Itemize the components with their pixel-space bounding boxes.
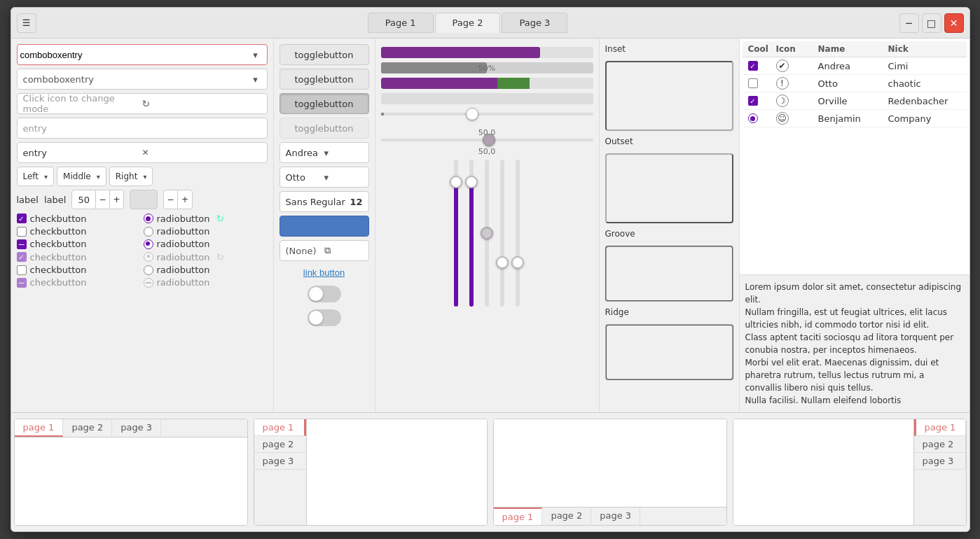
togglebutton-3[interactable]: togglebutton bbox=[279, 93, 369, 114]
progress-bar-1 bbox=[381, 47, 593, 58]
tab-page2[interactable]: Page 2 bbox=[435, 13, 501, 33]
checkbox-1[interactable]: ✓ bbox=[17, 214, 27, 223]
togglebutton-2[interactable]: togglebutton bbox=[279, 69, 369, 90]
nb2-tab-page1[interactable]: page 1 bbox=[254, 419, 306, 436]
radio-1[interactable] bbox=[144, 214, 153, 223]
nb3-tab-page2[interactable]: page 2 bbox=[542, 507, 591, 525]
radio-3[interactable] bbox=[144, 239, 153, 249]
radiobutton-4-label: radiobutton bbox=[157, 252, 210, 262]
maximize-button[interactable]: □ bbox=[922, 13, 941, 33]
align-right-arrow: ▾ bbox=[140, 173, 149, 181]
radio-5[interactable] bbox=[144, 265, 153, 275]
radiobutton-1[interactable]: radiobutton ↻ bbox=[144, 213, 268, 224]
label1: label bbox=[17, 195, 39, 205]
radiobutton-3[interactable]: radiobutton bbox=[144, 239, 268, 249]
v-thumb-4[interactable] bbox=[496, 256, 509, 269]
cool-radio-4[interactable] bbox=[748, 113, 758, 123]
tree-row-andrea[interactable]: ✓ ✔ Andrea Cimi bbox=[743, 57, 967, 75]
v-thumb-5[interactable] bbox=[511, 256, 524, 269]
nb3-tab-page1[interactable]: page 1 bbox=[494, 507, 543, 525]
checkbutton-3[interactable]: − checkbutton bbox=[17, 239, 141, 249]
cell-nick-1: Cimi bbox=[888, 61, 958, 71]
radiobutton-1-label: radiobutton bbox=[157, 214, 210, 224]
nb4-tab-page1[interactable]: page 1 bbox=[914, 419, 966, 436]
spinner2-increment[interactable]: + bbox=[178, 190, 192, 209]
checkbox-6: − bbox=[17, 278, 27, 288]
warning-icon-1: ! bbox=[776, 77, 789, 90]
nb1-tab-page2[interactable]: page 2 bbox=[63, 419, 112, 437]
copy-icon[interactable]: ⧉ bbox=[324, 245, 363, 256]
minimize-button[interactable]: ─ bbox=[899, 13, 919, 33]
entry-with-clear[interactable]: entry ✕ bbox=[17, 142, 268, 163]
spinner-increment[interactable]: + bbox=[109, 190, 123, 209]
tree-row-otto[interactable]: ! Otto chaotic bbox=[743, 75, 967, 92]
titlebar-hamburger[interactable]: ☰ bbox=[17, 13, 36, 33]
align-middle-arrow: ▾ bbox=[94, 173, 103, 181]
v-slider-1 bbox=[454, 160, 458, 307]
v-thumb-2[interactable] bbox=[465, 176, 478, 188]
tree-row-orville[interactable]: ✓ ☽ Orville Redenbacher bbox=[743, 92, 967, 110]
radiobutton-2[interactable]: radiobutton bbox=[144, 226, 268, 237]
tree-row-benjamin[interactable]: ☺ Benjamin Company bbox=[743, 110, 967, 127]
tab-page3[interactable]: Page 3 bbox=[502, 13, 567, 33]
spinner[interactable]: 50 − + bbox=[71, 190, 124, 209]
align-left-select[interactable]: Left ▾ bbox=[17, 167, 55, 186]
checkbutton-2[interactable]: checkbutton bbox=[17, 226, 141, 237]
close-button[interactable]: ✕ bbox=[944, 13, 964, 33]
v-slider-3: 50,0 bbox=[485, 160, 489, 307]
dropdown-andrea[interactable]: Andrea ▾ bbox=[279, 142, 369, 163]
refresh-icon-1[interactable]: ↻ bbox=[216, 213, 225, 224]
radiobutton-5[interactable]: radiobutton bbox=[144, 265, 268, 275]
cool-check-2[interactable] bbox=[748, 78, 758, 88]
plain-entry[interactable]: entry bbox=[17, 118, 268, 139]
radio-6 bbox=[144, 278, 153, 288]
combobox-normal[interactable]: comboboxentry ▾ bbox=[17, 69, 268, 90]
nb3-tab-page3[interactable]: page 3 bbox=[591, 507, 640, 525]
combobox-arrow-1[interactable]: ▾ bbox=[247, 50, 264, 60]
align-right-select[interactable]: Right ▾ bbox=[109, 167, 153, 186]
v-thumb-1[interactable] bbox=[450, 176, 462, 188]
spinner-decrement[interactable]: − bbox=[95, 190, 109, 209]
combobox-entry-active[interactable]: ▾ bbox=[17, 44, 268, 65]
nb1-tab-page1[interactable]: page 1 bbox=[15, 419, 64, 437]
checkbox-5[interactable] bbox=[17, 265, 27, 275]
radio-4 bbox=[144, 252, 153, 262]
tab-page1[interactable]: Page 1 bbox=[368, 13, 434, 33]
radio-2[interactable] bbox=[144, 227, 153, 237]
font-selector[interactable]: Sans Regular 12 bbox=[279, 191, 369, 212]
dropdown-otto[interactable]: Otto ▾ bbox=[279, 167, 369, 188]
checkbox-2[interactable] bbox=[17, 227, 27, 237]
color-swatch[interactable] bbox=[279, 216, 369, 237]
nb4-tab-page3[interactable]: page 3 bbox=[914, 453, 966, 470]
checkbutton-5[interactable]: checkbutton bbox=[17, 265, 141, 275]
combobox-arrow-2[interactable]: ▾ bbox=[247, 74, 264, 85]
checkbutton-1[interactable]: ✓ checkbutton bbox=[17, 213, 141, 224]
spinner2[interactable]: − + bbox=[163, 190, 193, 209]
radiobutton-4: radiobutton ↻ bbox=[144, 251, 268, 262]
toggle-switch-2[interactable] bbox=[308, 309, 341, 326]
h-slider-thumb-1[interactable] bbox=[466, 108, 478, 120]
v-thumb-3[interactable] bbox=[481, 227, 493, 239]
togglebutton-1[interactable]: togglebutton bbox=[279, 44, 369, 65]
tree-header: Cool Icon Name Nick bbox=[743, 41, 967, 57]
progress-segment-green bbox=[497, 78, 529, 89]
cool-check-1[interactable]: ✓ bbox=[748, 61, 758, 71]
checkbox-3[interactable]: − bbox=[17, 239, 27, 249]
h-slider-thumb-2[interactable] bbox=[483, 134, 495, 146]
nb2-tab-page2[interactable]: page 2 bbox=[254, 436, 306, 453]
align-middle-select[interactable]: Middle ▾ bbox=[57, 167, 106, 186]
combobox-entry-input[interactable] bbox=[20, 50, 247, 60]
nb2-tab-page3[interactable]: page 3 bbox=[254, 453, 306, 470]
search-mode-entry[interactable]: Click icon to change mode ↻ bbox=[17, 93, 268, 114]
nb1-tab-page3[interactable]: page 3 bbox=[112, 419, 161, 437]
clear-button[interactable]: ✕ bbox=[142, 148, 261, 158]
color-picker[interactable] bbox=[130, 190, 158, 209]
cool-check-3[interactable]: ✓ bbox=[748, 96, 758, 106]
link-button[interactable]: link button bbox=[303, 265, 345, 281]
spinner2-decrement[interactable]: − bbox=[164, 190, 178, 209]
nb4-tab-page2[interactable]: page 2 bbox=[914, 436, 966, 453]
toggle-switch-1[interactable] bbox=[308, 286, 341, 302]
text-area[interactable]: Lorem ipsum dolor sit amet, consectetur … bbox=[740, 274, 969, 412]
none-entry[interactable]: (None) ⧉ bbox=[279, 240, 369, 261]
refresh-icon[interactable]: ↻ bbox=[142, 98, 261, 109]
